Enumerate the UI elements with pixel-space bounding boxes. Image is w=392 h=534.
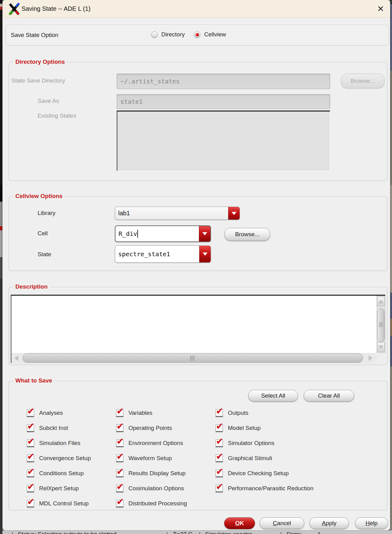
- radio-directory[interactable]: [151, 31, 158, 38]
- checkbox-item[interactable]: ✔MDL Control Setup: [27, 496, 116, 511]
- help-button[interactable]: Help: [355, 517, 388, 529]
- checkbox-checked-icon[interactable]: ✔: [116, 500, 123, 507]
- radio-cellview-label[interactable]: Cellview: [204, 31, 226, 38]
- scroll-left-button[interactable]: [11, 354, 21, 362]
- library-value[interactable]: lab1: [115, 207, 228, 220]
- save-state-option-label: Save State Option: [11, 32, 58, 38]
- scroll-up-button[interactable]: [377, 297, 385, 306]
- checkbox-checked-icon[interactable]: ✔: [116, 470, 123, 477]
- state-dropdown-button[interactable]: [199, 246, 211, 262]
- simulator-text: Simulator: spectre: [205, 531, 252, 534]
- scroll-left-icon: [14, 355, 18, 361]
- separator: ‖: [318, 531, 320, 534]
- library-combobox[interactable]: lab1: [115, 207, 240, 220]
- description-textarea[interactable]: [11, 296, 377, 353]
- close-button[interactable]: ✕: [374, 4, 387, 14]
- checkbox-checked-icon[interactable]: ✔: [116, 424, 123, 432]
- checkbox-item[interactable]: ✔Device Checking Setup: [216, 466, 382, 481]
- checkbox-checked-icon[interactable]: ✔: [116, 439, 123, 447]
- status-bar: | Status: Selecting outputs to be plotte…: [2, 530, 392, 534]
- radio-cellview[interactable]: [194, 31, 200, 38]
- existing-states-listbox[interactable]: [117, 111, 330, 171]
- checkbox-checked-icon[interactable]: ✔: [27, 500, 34, 507]
- horizontal-scroll-thumb[interactable]: [22, 353, 363, 363]
- temperature-text: T=27 C: [173, 531, 192, 534]
- checkbox-checked-icon[interactable]: ✔: [116, 485, 123, 492]
- checkbox-checked-icon[interactable]: ✔: [216, 470, 223, 477]
- library-dropdown-button[interactable]: [228, 207, 240, 220]
- checkbox-item[interactable]: ✔Analyses: [27, 405, 116, 420]
- state-value[interactable]: spectre_state1: [115, 246, 199, 262]
- radio-directory-label[interactable]: Directory: [161, 31, 185, 38]
- scroll-down-icon: [378, 346, 383, 349]
- scroll-down-button[interactable]: [377, 342, 385, 352]
- checkbox-item[interactable]: ✔Subckt Inst: [27, 420, 116, 435]
- scroll-right-button[interactable]: [366, 354, 375, 362]
- save-state-option-panel: Save State Option Directory Cellview: [6, 25, 389, 46]
- state-combobox[interactable]: spectre_state1: [115, 245, 211, 263]
- checkbox-item[interactable]: ✔Variables: [116, 405, 216, 420]
- cellview-options-title: Cellview Options: [13, 193, 65, 200]
- dropdown-arrow-icon: [203, 253, 208, 256]
- checkbox-item[interactable]: ✔Convergence Setup: [27, 451, 116, 466]
- checkbox-item[interactable]: ✔Distributed Processing: [116, 496, 216, 511]
- separator: |: [280, 531, 282, 534]
- saving-state-dialog: Saving State -- ADE L (1) ✕ Save State O…: [2, 0, 390, 530]
- checkbox-item[interactable]: ✔Performance/Parasitic Reduction: [216, 481, 382, 496]
- checkbox-checked-icon[interactable]: ✔: [27, 409, 34, 417]
- state-text: State:: [286, 531, 302, 534]
- browse-directory-button: Browse...: [341, 74, 385, 88]
- checkbox-checked-icon[interactable]: ✔: [27, 424, 34, 432]
- checkbox-item[interactable]: ✔Graphical Stimuli: [216, 451, 382, 466]
- cadence-x-logo-icon: [9, 3, 20, 16]
- checkbox-checked-icon[interactable]: ✔: [27, 455, 34, 462]
- browse-cell-button[interactable]: Browse...: [224, 228, 270, 241]
- description-horizontal-scrollbar[interactable]: [11, 353, 377, 363]
- close-icon: ✕: [377, 4, 384, 14]
- dialog-titlebar[interactable]: Saving State -- ADE L (1) ✕: [2, 0, 390, 18]
- checkbox-item[interactable]: ✔Simulator Options: [216, 435, 382, 451]
- cell-value[interactable]: R_div: [115, 226, 199, 241]
- state-save-directory-input: ~/.artist_states: [117, 74, 330, 89]
- cell-dropdown-button[interactable]: [199, 226, 210, 241]
- directory-options-title: Directory Options: [13, 59, 67, 65]
- scroll-up-icon: [378, 300, 383, 303]
- checkbox-checked-icon[interactable]: ✔: [27, 485, 34, 492]
- checkbox-item[interactable]: ✔Conditions Setup: [27, 466, 116, 481]
- checkbox-item[interactable]: ✔Model Setup: [216, 420, 382, 435]
- save-as-input: state1: [117, 94, 330, 109]
- cell-combobox[interactable]: R_div: [115, 225, 211, 242]
- description-vertical-scrollbar[interactable]: [377, 296, 385, 353]
- checkbox-checked-icon[interactable]: ✔: [216, 439, 223, 447]
- vertical-scroll-thumb[interactable]: [377, 308, 385, 342]
- checkbox-checked-icon[interactable]: ✔: [116, 409, 123, 417]
- group-directory-options: Directory Options State Save Directory ~…: [9, 62, 387, 181]
- apply-button[interactable]: Apply: [309, 517, 349, 529]
- cancel-button[interactable]: Cancel: [260, 517, 304, 529]
- cell-label: Cell: [38, 230, 48, 237]
- checkbox-item[interactable]: ✔Cosimulation Options: [116, 481, 216, 496]
- checkbox-item[interactable]: ✔Results Display Setup: [116, 466, 216, 481]
- checkbox-item[interactable]: ✔Simulation Files: [27, 435, 116, 451]
- text-cursor: [137, 230, 138, 238]
- separator: |: [199, 531, 200, 534]
- checkbox-checked-icon[interactable]: ✔: [216, 455, 223, 462]
- checkbox-checked-icon[interactable]: ✔: [116, 455, 123, 462]
- checkbox-checked-icon[interactable]: ✔: [216, 409, 223, 417]
- checkbox-item[interactable]: ✔Waveform Setup: [116, 451, 216, 466]
- select-all-button[interactable]: Select All: [248, 390, 298, 402]
- clear-all-button[interactable]: Clear All: [304, 390, 354, 402]
- checkbox-item[interactable]: ✔Environment Options: [116, 435, 216, 451]
- what-to-save-checkbox-grid: ✔Analyses ✔Variables ✔Outputs ✔Subckt In…: [27, 405, 382, 511]
- background-window-left-edge: [0, 0, 2, 534]
- checkbox-item[interactable]: ✔RelXpert Setup: [27, 481, 116, 496]
- checkbox-checked-icon[interactable]: ✔: [216, 485, 223, 492]
- checkbox-checked-icon[interactable]: ✔: [27, 470, 34, 477]
- checkbox-checked-icon[interactable]: ✔: [216, 424, 223, 432]
- dropdown-arrow-icon: [232, 212, 236, 215]
- library-label: Library: [38, 210, 55, 216]
- ok-button[interactable]: OK: [224, 517, 255, 529]
- checkbox-checked-icon[interactable]: ✔: [27, 439, 34, 447]
- checkbox-item[interactable]: ✔Operating Points: [116, 420, 216, 435]
- checkbox-item[interactable]: ✔Outputs: [216, 405, 382, 420]
